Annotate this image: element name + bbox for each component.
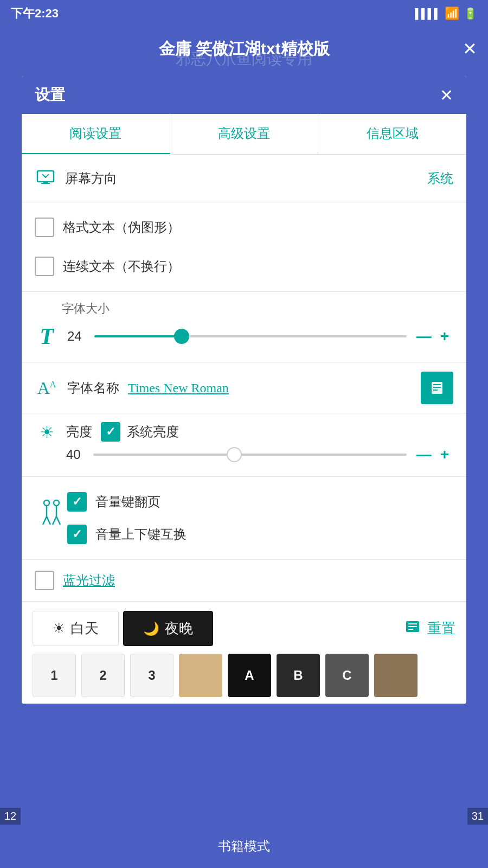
- title-bar: 金庸 笑傲江湖txt精校版 ✕: [0, 27, 488, 71]
- volume-flip-label: 音量键翻页: [95, 493, 160, 510]
- settings-close-button[interactable]: ✕: [440, 86, 453, 105]
- brightness-system-label: 系统亮度: [127, 423, 179, 441]
- tab-read-settings[interactable]: 阅读设置: [22, 114, 170, 154]
- continuous-text-checkbox[interactable]: [35, 257, 54, 276]
- settings-body: 屏幕方向 系统 格式文本（伪图形） 连续文本（不换行） 字体大小 T 24: [22, 155, 466, 704]
- signal-icon: ▌▌▌▌: [415, 8, 440, 20]
- font-size-icon: T: [35, 323, 59, 349]
- format-text-checkbox[interactable]: [35, 218, 54, 237]
- blue-light-label[interactable]: 蓝光过滤: [63, 572, 115, 589]
- blue-light-section: 蓝光过滤: [22, 560, 466, 602]
- bottom-bar: ☀ 白天 🌙 夜晚 重置: [22, 602, 466, 704]
- volume-swap-checkbox[interactable]: [67, 525, 87, 544]
- settings-header: 设置 ✕: [22, 76, 466, 114]
- screen-direction-row: 屏幕方向 系统: [22, 155, 466, 202]
- svg-line-9: [43, 516, 47, 525]
- theme-button-2[interactable]: 2: [81, 654, 125, 697]
- font-size-section: 字体大小 T 24 — +: [22, 292, 466, 363]
- svg-line-10: [47, 516, 50, 525]
- brightness-slider-row: 40 — +: [35, 446, 453, 463]
- svg-point-11: [54, 500, 59, 506]
- brightness-minus-button[interactable]: —: [416, 446, 432, 463]
- font-name-row: AA 字体名称 Times New Roman: [35, 372, 453, 404]
- theme-button-A[interactable]: A: [228, 654, 271, 697]
- font-name-icon: AA: [35, 378, 59, 398]
- tab-info-area[interactable]: 信息区域: [318, 114, 466, 154]
- font-size-slider-fill: [94, 335, 182, 337]
- theme-button-4[interactable]: [179, 654, 222, 697]
- brightness-system-checkbox[interactable]: [101, 422, 120, 442]
- time: 下午2:23: [11, 5, 59, 22]
- theme-button-D[interactable]: [374, 654, 418, 697]
- brightness-plus-button[interactable]: +: [440, 446, 449, 463]
- svg-rect-0: [37, 171, 54, 182]
- wifi-icon: 📶: [445, 7, 459, 21]
- theme-row: 1 2 3 A B C: [33, 654, 455, 697]
- volume-swap-label: 音量上下键互换: [95, 526, 187, 543]
- text-options-section: 格式文本（伪图形） 连续文本（不换行）: [22, 202, 466, 292]
- font-size-slider-thumb[interactable]: [174, 329, 189, 344]
- theme-button-3[interactable]: 3: [130, 654, 174, 697]
- font-name-label: 字体名称: [67, 379, 119, 397]
- status-bar: 下午2:23 ▌▌▌▌ 📶 🔋: [0, 0, 488, 27]
- brightness-slider-thumb[interactable]: [227, 447, 242, 462]
- night-button[interactable]: 🌙 夜晚: [123, 611, 213, 646]
- volume-flip-row: 音量键翻页: [67, 486, 453, 518]
- status-icons: ▌▌▌▌ 📶 🔋: [415, 7, 477, 21]
- volume-flip-checkbox[interactable]: [67, 492, 87, 512]
- app-title: 金庸 笑傲江湖txt精校版: [159, 38, 330, 60]
- screen-direction-value[interactable]: 系统: [427, 170, 453, 187]
- theme-button-B[interactable]: B: [277, 654, 320, 697]
- screen-direction-label: 屏幕方向: [65, 170, 427, 187]
- brightness-sun-icon-left: ☀: [35, 423, 59, 442]
- brightness-value: 40: [66, 447, 88, 462]
- night-moon-icon: 🌙: [143, 621, 159, 636]
- font-name-section: AA 字体名称 Times New Roman: [22, 363, 466, 413]
- page-number-left: 12: [0, 808, 21, 825]
- bottom-nav-label: 书籍模式: [218, 838, 270, 855]
- volume-swap-row: 音量上下键互换: [67, 518, 453, 551]
- theme-button-C[interactable]: C: [325, 654, 369, 697]
- volume-section: 音量键翻页 音量上下键互换: [22, 477, 466, 560]
- font-size-slider-track[interactable]: [94, 335, 407, 337]
- theme-button-1[interactable]: 1: [33, 654, 76, 697]
- continuous-text-label: 连续文本（不换行）: [63, 258, 180, 275]
- volume-icon: [40, 497, 62, 534]
- page-number-right: 31: [467, 808, 488, 825]
- font-file-button[interactable]: [421, 372, 453, 404]
- settings-tabs: 阅读设置 高级设置 信息区域: [22, 114, 466, 155]
- reset-button[interactable]: 重置: [427, 619, 455, 638]
- font-name-value[interactable]: Times New Roman: [128, 381, 421, 395]
- settings-modal: 设置 ✕ 阅读设置 高级设置 信息区域 屏幕方向 系统: [22, 76, 466, 704]
- font-size-section-label: 字体大小: [62, 301, 453, 317]
- continuous-text-row: 连续文本（不换行）: [22, 247, 466, 286]
- svg-line-13: [53, 516, 56, 525]
- blue-light-checkbox[interactable]: [35, 571, 54, 590]
- title-close-button[interactable]: ✕: [463, 39, 477, 59]
- day-button[interactable]: ☀ 白天: [33, 611, 119, 646]
- svg-line-14: [56, 516, 60, 525]
- font-size-plus-button[interactable]: +: [440, 328, 449, 345]
- battery-icon: 🔋: [464, 7, 477, 20]
- brightness-slider-track[interactable]: [93, 454, 407, 456]
- screen-direction-icon: [35, 167, 56, 190]
- reset-area: 重置: [403, 617, 455, 640]
- brightness-label: 亮度: [66, 423, 92, 441]
- font-size-row: T 24 — +: [35, 323, 453, 349]
- svg-point-7: [44, 500, 49, 506]
- format-text-row: 格式文本（伪图形）: [22, 208, 466, 247]
- bottom-nav: 书籍模式: [0, 825, 488, 868]
- font-size-value: 24: [67, 329, 89, 344]
- brightness-top-row: ☀ 亮度 系统亮度: [35, 422, 453, 442]
- font-size-minus-button[interactable]: —: [416, 328, 432, 345]
- reset-icon: [403, 617, 422, 640]
- day-night-row: ☀ 白天 🌙 夜晚 重置: [33, 611, 455, 646]
- format-text-label: 格式文本（伪图形）: [63, 219, 180, 236]
- tab-advanced-settings[interactable]: 高级设置: [170, 114, 319, 154]
- volume-options: 音量键翻页 音量上下键互换: [67, 486, 453, 551]
- brightness-section: ☀ 亮度 系统亮度 40 — +: [22, 413, 466, 477]
- settings-title: 设置: [35, 85, 65, 105]
- volume-icon-col: [35, 486, 67, 551]
- day-sun-icon: ☀: [53, 620, 65, 637]
